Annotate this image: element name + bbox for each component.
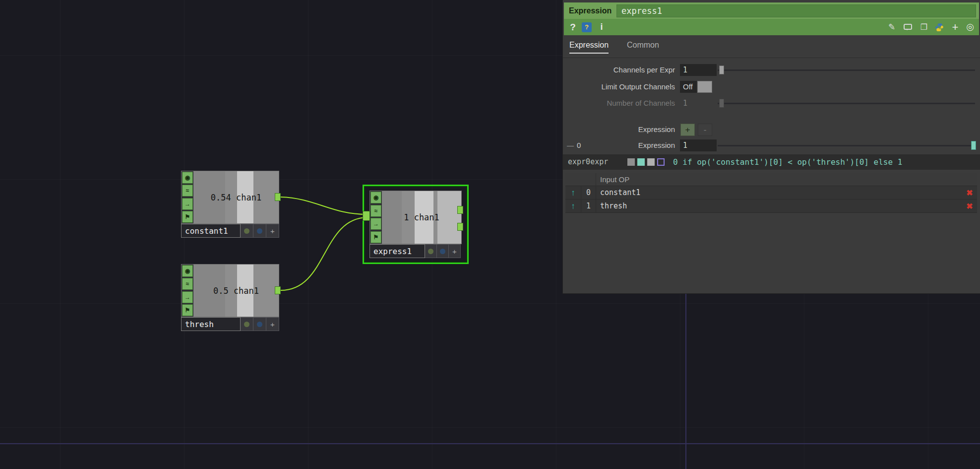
promote-arrow-icon[interactable]: ↑: [565, 186, 581, 199]
node-value-display: 0.5 chan1: [193, 265, 279, 317]
param-label: Channels per Expr: [563, 63, 675, 77]
promote-arrow-icon[interactable]: ↑: [565, 200, 581, 212]
node-comment-dot[interactable]: [253, 317, 266, 331]
wire-constant1-express1[interactable]: [281, 197, 367, 214]
node-add-button[interactable]: +: [266, 317, 279, 331]
comment-icon[interactable]: [904, 24, 912, 30]
viewer-flag-icon[interactable]: ◉: [370, 192, 381, 203]
output-connector[interactable]: [457, 206, 463, 214]
node-label-row: constant1 +: [181, 224, 279, 238]
input-op-name[interactable]: constant1: [596, 186, 962, 199]
output-connector-2[interactable]: [457, 223, 463, 231]
output-connector[interactable]: [275, 286, 281, 294]
info-icon[interactable]: i: [599, 19, 605, 35]
node-color-dot[interactable]: [241, 317, 253, 331]
input-connector[interactable]: [363, 211, 370, 221]
table-row[interactable]: ↑ 1 thresh ✖: [565, 200, 977, 213]
row-index: 0: [581, 186, 596, 199]
export-flag-icon[interactable]: →: [182, 198, 193, 210]
node-value-display: 1 chan1: [382, 191, 461, 244]
expr-param-name: expr0expr: [568, 154, 608, 170]
node-color-dot[interactable]: [241, 224, 253, 238]
param-row-limit-output-channels: Limit Output Channels Off: [563, 79, 980, 94]
param-mode-bind[interactable]: [657, 158, 665, 166]
panel-toolbar: ? ? i ✎ ❐ + ◎: [564, 19, 979, 35]
copy-icon[interactable]: ❐: [919, 19, 929, 35]
panel-header: Expression express1: [564, 2, 979, 19]
slider-handle: [719, 99, 724, 108]
python-icon[interactable]: [935, 23, 944, 32]
param-mode-export[interactable]: [647, 158, 655, 166]
add-expression-button[interactable]: +: [680, 124, 695, 136]
remove-expression-button[interactable]: -: [698, 124, 712, 136]
param-mode-expression[interactable]: [637, 158, 645, 166]
parameter-panel: Expression express1 ? ? i ✎ ❐ + ◎ Expres…: [562, 0, 980, 294]
slider-track[interactable]: [718, 69, 975, 71]
node-value-display: 0.54 chan1: [193, 171, 279, 223]
toggle-button[interactable]: [697, 81, 712, 93]
expression-input[interactable]: 0 if op('constant1')[0] < op('thresh')[0…: [673, 154, 976, 170]
op-type-label: Expression: [569, 2, 612, 19]
node-body[interactable]: ◉ ≈ → ⚑ 0.5 chan1: [181, 264, 279, 317]
bypass-flag-icon[interactable]: ⚑: [182, 304, 193, 316]
output-connector[interactable]: [275, 193, 281, 201]
table-header-label: Input OP: [596, 173, 977, 186]
op-name-field[interactable]: express1: [616, 4, 976, 17]
input-op-name[interactable]: thresh: [596, 200, 962, 212]
wire-thresh-express1[interactable]: [281, 217, 367, 290]
node-name[interactable]: constant1: [181, 224, 241, 238]
param-mode-constant[interactable]: [627, 158, 635, 166]
viewer-flag-icon[interactable]: ◉: [182, 265, 193, 277]
node-color-dot[interactable]: [425, 244, 437, 258]
bypass-flag-icon[interactable]: ⚑: [370, 231, 381, 243]
graph-flag-icon[interactable]: ≈: [182, 278, 193, 290]
pencil-icon[interactable]: ✎: [887, 19, 897, 35]
node-viewer: 1 chan1: [382, 191, 461, 244]
slider-handle[interactable]: [719, 66, 724, 74]
num-channels-value: 1: [683, 96, 687, 111]
python-help-icon[interactable]: ?: [582, 22, 592, 32]
node-add-button[interactable]: +: [449, 244, 461, 258]
node-express1[interactable]: ◉ ≈ → ⚑ 1 chan1 express1 +: [363, 185, 469, 264]
node-comment-dot[interactable]: [437, 244, 449, 258]
olive-dot-icon: [428, 249, 433, 254]
copy-parameters-icon[interactable]: ◎: [965, 19, 975, 35]
param-row-number-of-channels: Number of Channels 1: [563, 96, 980, 111]
export-flag-icon[interactable]: →: [370, 218, 381, 230]
olive-dot-icon: [244, 228, 249, 234]
node-constant1[interactable]: ◉ ≈ → ⚑ 0.54 chan1 constant1 +: [181, 171, 279, 238]
expression-value-field[interactable]: 1: [680, 139, 717, 151]
node-thresh[interactable]: ◉ ≈ → ⚑ 0.5 chan1 thresh +: [181, 264, 279, 331]
node-label-row: thresh +: [181, 317, 279, 331]
delete-row-icon[interactable]: ✖: [962, 200, 977, 212]
node-flags: ◉ ≈ → ⚑: [182, 265, 193, 317]
param-label: Limit Output Channels: [563, 79, 675, 94]
export-flag-icon[interactable]: →: [182, 291, 193, 303]
delete-row-icon[interactable]: ✖: [962, 186, 977, 199]
node-name[interactable]: thresh: [181, 317, 241, 331]
node-body[interactable]: ◉ ≈ → ⚑ 1 chan1: [369, 191, 462, 244]
table-header-blank: [565, 173, 596, 186]
node-name[interactable]: express1: [369, 244, 425, 258]
viewer-flag-icon[interactable]: ◉: [182, 172, 193, 184]
channels-per-expr-field[interactable]: 1: [680, 64, 717, 76]
node-add-button[interactable]: +: [266, 224, 279, 238]
add-icon[interactable]: +: [950, 19, 960, 35]
table-row[interactable]: ↑ 0 constant1 ✖: [565, 186, 977, 200]
help-icon[interactable]: ?: [569, 19, 577, 35]
slider-handle[interactable]: [971, 141, 976, 150]
tab-common[interactable]: Common: [627, 41, 659, 54]
tab-expression[interactable]: Expression: [569, 41, 609, 54]
grid-axis-horizontal: [0, 443, 980, 444]
node-comment-dot[interactable]: [253, 224, 266, 238]
graph-flag-icon[interactable]: ≈: [182, 185, 193, 197]
row-index: 1: [581, 200, 596, 212]
node-body[interactable]: ◉ ≈ → ⚑ 0.54 chan1: [181, 171, 279, 224]
tab-separator: [563, 58, 980, 58]
graph-flag-icon[interactable]: ≈: [370, 205, 381, 217]
slider-track[interactable]: [718, 145, 975, 146]
plus-icon: +: [270, 320, 275, 329]
limit-output-field[interactable]: Off: [680, 81, 697, 93]
bypass-flag-icon[interactable]: ⚑: [182, 211, 193, 223]
plus-icon: +: [452, 247, 457, 256]
